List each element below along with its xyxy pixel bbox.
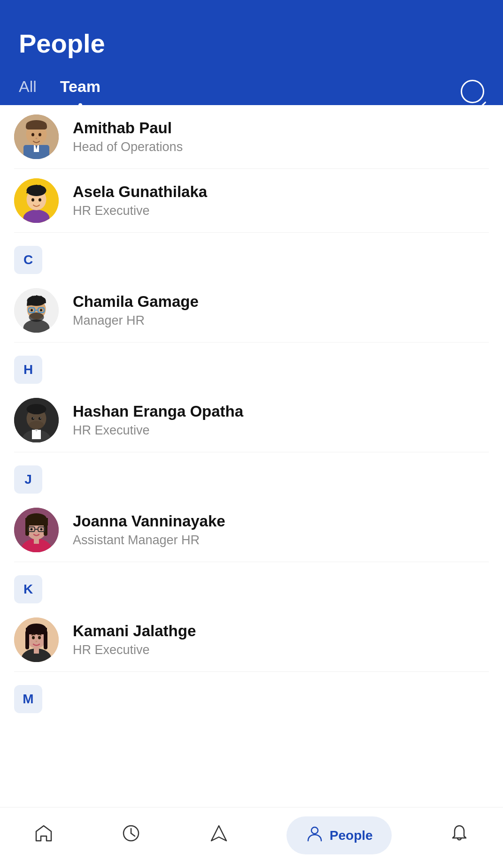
- header: People All Team: [0, 0, 503, 105]
- bottom-navigation: People: [0, 807, 503, 868]
- people-list-container: Amithab Paul Head of Operations: [0, 105, 503, 784]
- svg-point-36: [40, 418, 41, 419]
- person-name: Hashan Eranga Opatha: [73, 403, 489, 420]
- list-item[interactable]: Asela Gunathilaka HR Executive: [14, 169, 489, 233]
- avatar: [14, 617, 59, 662]
- section-letter-j: J: [14, 465, 42, 494]
- svg-rect-56: [25, 631, 29, 649]
- list-item[interactable]: Joanna Vanninayake Assistant Manager HR: [14, 498, 489, 562]
- svg-point-9: [36, 138, 38, 139]
- person-role: HR Executive: [73, 643, 489, 657]
- person-role: HR Executive: [73, 204, 489, 218]
- person-info: Chamila Gamage Manager HR: [73, 293, 489, 328]
- nav-bell[interactable]: [440, 818, 479, 853]
- person-name: Chamila Gamage: [73, 293, 489, 311]
- svg-rect-57: [44, 631, 47, 649]
- navigate-icon: [209, 823, 229, 848]
- person-role: Assistant Manager HR: [73, 533, 489, 548]
- svg-point-19: [27, 296, 46, 306]
- svg-point-60: [36, 641, 38, 642]
- svg-point-14: [31, 198, 34, 202]
- person-info: Amithab Paul Head of Operations: [73, 119, 489, 154]
- svg-point-34: [39, 417, 41, 420]
- svg-point-58: [32, 636, 35, 640]
- person-role: Manager HR: [73, 313, 489, 328]
- list-item[interactable]: Kamani Jalathge HR Executive: [14, 608, 489, 672]
- list-item[interactable]: Chamila Gamage Manager HR: [14, 279, 489, 343]
- svg-point-31: [27, 404, 46, 414]
- svg-point-33: [31, 417, 34, 420]
- person-info: Kamani Jalathge HR Executive: [73, 622, 489, 657]
- tab-team[interactable]: Team: [60, 77, 101, 105]
- svg-point-7: [31, 133, 34, 137]
- svg-point-8: [39, 133, 41, 137]
- list-item[interactable]: Amithab Paul Head of Operations: [14, 105, 489, 169]
- svg-point-32: [29, 421, 44, 429]
- person-name: Asela Gunathilaka: [73, 183, 489, 201]
- section-letter-m: M: [14, 685, 42, 713]
- svg-point-24: [31, 309, 33, 312]
- person-role: Head of Operations: [73, 140, 489, 154]
- nav-navigate[interactable]: [199, 818, 239, 853]
- svg-point-65: [311, 827, 318, 834]
- person-name: Joanna Vanninayake: [73, 512, 489, 530]
- svg-point-20: [29, 312, 44, 322]
- home-icon: [33, 823, 54, 848]
- list-item[interactable]: Hashan Eranga Opatha HR Executive: [14, 388, 489, 452]
- section-letter-c: C: [14, 246, 42, 274]
- tab-all[interactable]: All: [19, 77, 37, 105]
- svg-rect-6: [26, 124, 47, 129]
- svg-point-49: [40, 528, 43, 531]
- person-info: Joanna Vanninayake Assistant Manager HR: [73, 512, 489, 548]
- avatar: [14, 178, 59, 223]
- avatar: [14, 288, 59, 333]
- avatar: [14, 398, 59, 442]
- section-letter-k: K: [14, 575, 42, 603]
- person-info: Asela Gunathilaka HR Executive: [73, 183, 489, 218]
- page-title: People: [19, 28, 484, 59]
- svg-point-35: [33, 418, 34, 419]
- nav-clock[interactable]: [111, 818, 151, 853]
- tabs-container: All Team: [19, 77, 484, 105]
- person-name: Kamani Jalathge: [73, 622, 489, 640]
- section-letter-h: H: [14, 356, 42, 384]
- nav-people-label: People: [330, 828, 373, 843]
- people-icon: [305, 824, 324, 847]
- person-name: Amithab Paul: [73, 119, 489, 137]
- svg-point-15: [39, 198, 41, 202]
- svg-marker-64: [211, 826, 226, 841]
- search-icon: [461, 80, 484, 103]
- person-role: HR Executive: [73, 423, 489, 438]
- svg-point-25: [40, 309, 42, 312]
- svg-point-59: [38, 636, 41, 640]
- avatar: [14, 508, 59, 552]
- nav-people[interactable]: People: [286, 816, 392, 854]
- person-info: Hashan Eranga Opatha HR Executive: [73, 403, 489, 438]
- nav-home[interactable]: [24, 818, 63, 853]
- bell-icon: [449, 823, 470, 848]
- avatar: [14, 114, 59, 159]
- clock-icon: [121, 823, 141, 848]
- search-button[interactable]: [461, 80, 484, 103]
- svg-point-48: [31, 528, 33, 531]
- svg-line-63: [131, 833, 135, 836]
- people-list: Amithab Paul Head of Operations: [0, 105, 503, 713]
